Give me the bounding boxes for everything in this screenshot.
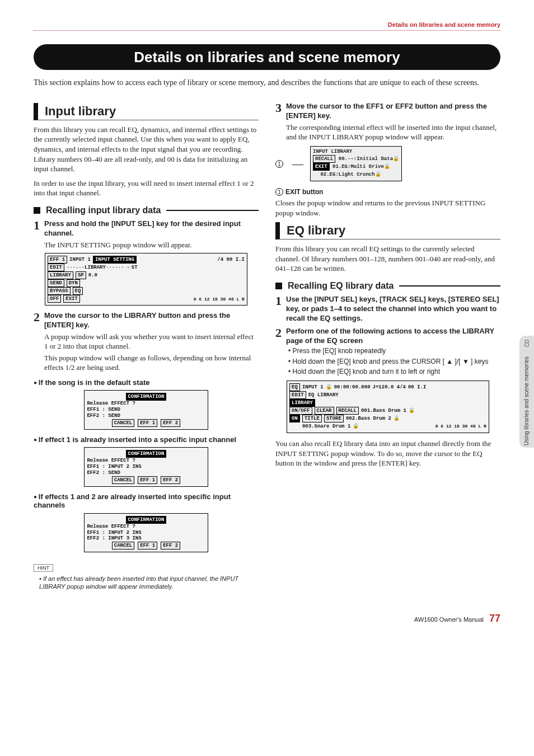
right-p1: From this library you can recall EQ sett… — [275, 244, 500, 274]
bullet-eff12-inserted: If effects 1 and 2 are already inserted … — [34, 492, 259, 510]
right-p2: You can also recall EQ library data into… — [275, 439, 500, 468]
input-library-popup: 1— INPUT LIBRARY RECALL 00.--:Initial Da… — [275, 146, 500, 181]
left-p2: In order to use the input library, you w… — [34, 179, 259, 198]
left-step-2: 2 Move the cursor to the LIBRARY button … — [34, 311, 259, 372]
confirm-default-screenshot: CONFIRMATION Release EFFECT ? EFF1 : SEN… — [84, 390, 208, 429]
callout-exit-button: 1EXIT button — [275, 188, 500, 196]
left-step-1: 1 Press and hold the [INPUT SEL] key for… — [34, 219, 259, 250]
page-title: Details on libraries and scene memory — [34, 44, 500, 70]
page-footer: AW1600 Owner's Manual 77 — [34, 613, 500, 624]
bullet-eff1-inserted: If effect 1 is already inserted into a s… — [34, 435, 259, 444]
eq-library-screenshot: EQ INPUT 1 🔒00:00:00.000 J=120.0 4/4 00 … — [287, 381, 489, 433]
confirm-eff12-screenshot: CONFIRMATION Release EFFECT ? EFF1 : INP… — [84, 513, 208, 552]
right-step-3: 3 Move the cursor to the EFF1 or EFF2 bu… — [275, 102, 500, 142]
callout-exit-body: Closes the popup window and returns to t… — [275, 198, 500, 218]
h3-recall-eq: Recalling EQ library data — [275, 281, 500, 290]
h2-input-library: Input library — [34, 103, 259, 120]
right-step-2: 2 Perform one of the following actions t… — [275, 327, 500, 377]
h3-recall-input: Recalling input library data — [34, 206, 259, 215]
right-step-1: 1 Use the [INPUT SEL] keys, [TRACK SEL] … — [275, 295, 500, 323]
h2-eq-library: EQ library — [275, 222, 500, 240]
input-setting-screenshot: EFF 1 INPUT 1 INPUT SETTING /4 00 I.I ED… — [45, 253, 247, 306]
chapter-tab: 8 Using libraries and scene memories — [519, 336, 534, 448]
intro-text: This section explains how to access each… — [34, 78, 500, 88]
bullet-default-state: If the song is in the default state — [34, 378, 259, 387]
running-header: Details on libraries and scene memory — [34, 21, 500, 28]
confirm-eff1-screenshot: CONFIRMATION Release EFFECT ? EFF1 : INP… — [84, 447, 208, 486]
hint-box: HINT • If an effect has already been ins… — [34, 562, 259, 590]
header-rule — [34, 30, 500, 31]
left-p1: From this library you can recall EQ, dyn… — [34, 125, 259, 174]
